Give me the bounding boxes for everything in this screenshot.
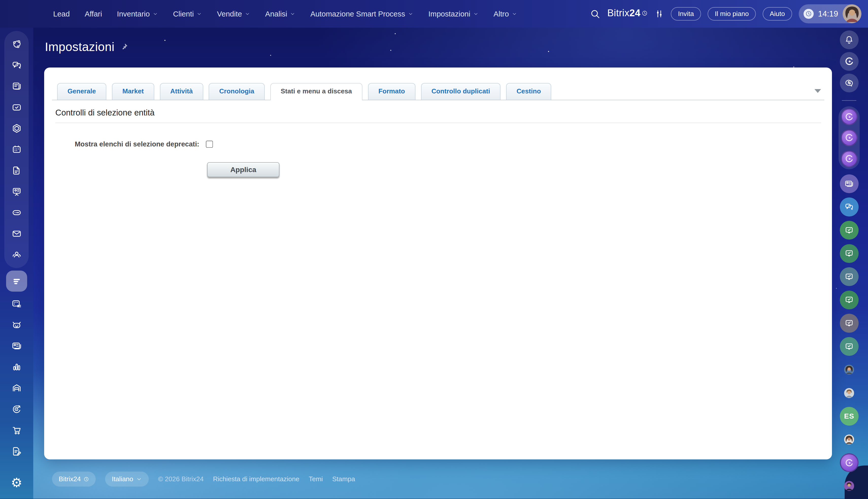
clock-icon bbox=[804, 9, 814, 19]
tab-generale[interactable]: Generale bbox=[57, 83, 106, 99]
avatar-woman[interactable] bbox=[840, 430, 859, 449]
sidebar-icon-group bbox=[4, 31, 29, 268]
help-button[interactable]: Aiuto bbox=[763, 7, 792, 20]
initials-badge[interactable]: ES bbox=[840, 407, 859, 426]
topbar-right: Bitrix24 Invita Il mio piano Aiuto 14:19 bbox=[590, 4, 868, 23]
apply-button[interactable]: Applica bbox=[207, 162, 280, 177]
calendar-icon[interactable] bbox=[6, 139, 27, 160]
chart-icon[interactable] bbox=[6, 356, 27, 377]
planner-icon[interactable] bbox=[6, 293, 27, 315]
footer: Bitrix24 Italiano © 2026 Bitrix24 Richie… bbox=[52, 472, 355, 487]
search-icon[interactable] bbox=[590, 8, 601, 20]
chevron-down-icon bbox=[512, 11, 517, 17]
chat-icon[interactable] bbox=[840, 197, 859, 216]
bell-icon[interactable] bbox=[840, 31, 859, 49]
right-sidebar: ES bbox=[839, 31, 859, 499]
footer-brand-pill[interactable]: Bitrix24 bbox=[52, 472, 96, 487]
monitor-check-icon[interactable] bbox=[840, 314, 859, 332]
monitor-check-icon[interactable] bbox=[840, 337, 859, 356]
tab-strip: Generale Market Attività Cronologia Stat… bbox=[52, 83, 824, 100]
copilot-icon[interactable] bbox=[841, 130, 857, 146]
panel-body: Controlli di selezione entità Mostra ele… bbox=[52, 108, 824, 177]
page-title-row: Impostazioni bbox=[45, 40, 129, 54]
user-avatar[interactable] bbox=[843, 4, 861, 23]
tasks-icon[interactable] bbox=[6, 97, 27, 118]
drive-icon[interactable] bbox=[6, 202, 27, 223]
tab-controllo-duplicati[interactable]: Controllo duplicati bbox=[421, 83, 501, 99]
tab-market[interactable]: Market bbox=[112, 83, 154, 99]
current-time: 14:19 bbox=[818, 9, 838, 19]
document-icon[interactable] bbox=[6, 160, 27, 181]
sign-document-icon[interactable] bbox=[6, 441, 27, 462]
section-divider bbox=[55, 123, 821, 123]
tab-attivita[interactable]: Attività bbox=[160, 83, 203, 99]
tabs-overflow-arrow[interactable] bbox=[815, 89, 821, 93]
nav-altro[interactable]: Altro bbox=[494, 10, 517, 18]
monitor-check-icon[interactable] bbox=[840, 267, 859, 286]
top-bar: Lead Affari Inventario Clienti Vendite A… bbox=[0, 0, 868, 28]
contact-card-icon[interactable] bbox=[840, 174, 859, 193]
nav-inventario[interactable]: Inventario bbox=[117, 10, 158, 18]
pin-icon[interactable] bbox=[120, 42, 129, 51]
footer-link-implementation[interactable]: Richiesta di implementazione bbox=[213, 475, 299, 483]
chevron-down-icon bbox=[136, 476, 142, 482]
sliders-icon[interactable] bbox=[654, 9, 664, 19]
tab-cestino[interactable]: Cestino bbox=[506, 83, 551, 99]
bitrix24-logo[interactable]: Bitrix24 bbox=[607, 7, 648, 20]
copilot-icon[interactable] bbox=[841, 108, 857, 125]
tab-cronologia[interactable]: Cronologia bbox=[209, 83, 265, 99]
hexagon-icon[interactable] bbox=[6, 118, 27, 139]
copilot-group bbox=[839, 106, 860, 170]
tab-formato[interactable]: Formato bbox=[368, 83, 415, 99]
left-sidebar bbox=[0, 0, 33, 499]
invite-button[interactable]: Invita bbox=[671, 7, 701, 20]
messenger-icon[interactable] bbox=[840, 74, 859, 93]
chevron-down-icon bbox=[152, 11, 158, 17]
monitor-check-icon[interactable] bbox=[840, 221, 859, 240]
crm-funnel-icon-active[interactable] bbox=[6, 270, 27, 292]
nav-lead[interactable]: Lead bbox=[53, 10, 70, 18]
chevron-down-icon bbox=[408, 11, 414, 17]
chats-icon[interactable] bbox=[6, 55, 27, 76]
page-title: Impostazioni bbox=[45, 40, 115, 54]
deprecated-checkbox[interactable] bbox=[206, 141, 213, 148]
deprecated-checkbox-label[interactable]: Mostra elenchi di selezione deprecati: bbox=[75, 140, 199, 148]
tab-stati-e-menu[interactable]: Stati e menu a discesa bbox=[270, 83, 363, 100]
settings-gear-icon[interactable] bbox=[6, 472, 27, 494]
mail-icon[interactable] bbox=[6, 223, 27, 244]
copilot-icon[interactable] bbox=[841, 150, 857, 167]
my-plan-button[interactable]: Il mio piano bbox=[708, 7, 756, 20]
cart-icon[interactable] bbox=[6, 419, 27, 441]
footer-link-temi[interactable]: Temi bbox=[309, 475, 323, 483]
chevron-down-icon bbox=[196, 11, 202, 17]
copilot-icon[interactable] bbox=[840, 453, 859, 472]
app-window: Lead Affari Inventario Clienti Vendite A… bbox=[0, 0, 868, 499]
nav-automazione[interactable]: Automazione Smart Process bbox=[310, 10, 414, 18]
nav-clienti[interactable]: Clienti bbox=[173, 10, 202, 18]
feed-icon[interactable] bbox=[6, 76, 27, 97]
copilot-icon[interactable] bbox=[840, 52, 859, 71]
nav-vendite[interactable]: Vendite bbox=[217, 10, 250, 18]
nav-impostazioni[interactable]: Impostazioni bbox=[428, 10, 479, 18]
avatar-man[interactable] bbox=[840, 477, 859, 496]
language-selector[interactable]: Italiano bbox=[105, 472, 149, 487]
people-icon[interactable] bbox=[6, 244, 27, 265]
avatar-woman[interactable] bbox=[840, 361, 859, 379]
warehouse-icon[interactable] bbox=[6, 377, 27, 399]
marketing-icon[interactable] bbox=[6, 399, 27, 419]
nav-analisi[interactable]: Analisi bbox=[265, 10, 295, 18]
chevron-down-icon bbox=[245, 11, 250, 17]
chevron-down-icon bbox=[290, 11, 295, 17]
monitor-check-icon[interactable] bbox=[840, 244, 859, 263]
time-widget[interactable]: 14:19 bbox=[799, 4, 861, 23]
chevron-down-icon bbox=[473, 11, 479, 17]
ai-share-icon[interactable] bbox=[6, 34, 27, 55]
presentation-icon[interactable] bbox=[6, 181, 27, 202]
contacts-icon[interactable] bbox=[6, 336, 27, 357]
main-nav: Lead Affari Inventario Clienti Vendite A… bbox=[0, 10, 517, 18]
footer-link-stampa[interactable]: Stampa bbox=[332, 475, 355, 483]
nav-affari[interactable]: Affari bbox=[85, 10, 102, 18]
monitor-check-icon[interactable] bbox=[840, 291, 859, 309]
avatar-man[interactable] bbox=[840, 384, 859, 402]
ai-bot-icon[interactable] bbox=[6, 315, 27, 336]
